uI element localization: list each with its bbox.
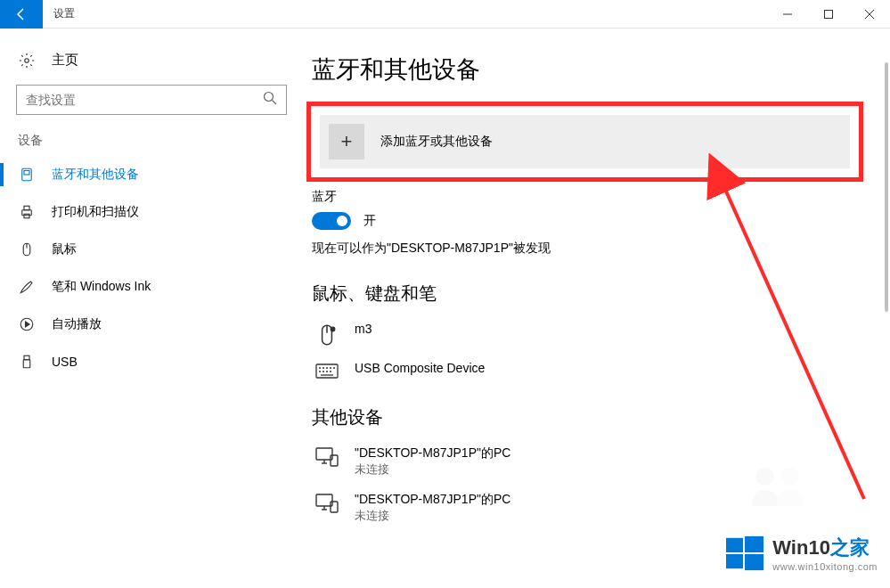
main-content: 蓝牙和其他设备 + 添加蓝牙或其他设备 蓝牙 开 现在可以作为"DESKTOP-… (303, 29, 890, 588)
scroll-thumb[interactable] (885, 62, 888, 312)
autoplay-icon (18, 316, 36, 332)
printer-icon (18, 204, 36, 220)
device-name: "DESKTOP-M87JP1P"的PC (355, 492, 510, 508)
svg-rect-1 (825, 11, 833, 19)
svg-point-5 (265, 93, 274, 102)
home-link[interactable]: 主页 (0, 43, 303, 78)
search-box[interactable] (16, 85, 287, 115)
svg-rect-46 (745, 554, 763, 570)
bluetooth-label: 蓝牙 (312, 189, 872, 205)
svg-point-20 (331, 327, 334, 331)
windows-logo-icon (726, 535, 763, 572)
svg-rect-8 (24, 171, 29, 176)
mouse-device-icon (312, 322, 342, 347)
sidebar-item-pen[interactable]: 笔和 Windows Ink (0, 268, 303, 306)
window-controls (767, 0, 890, 29)
toggle-knob (337, 216, 347, 226)
scrollbar[interactable] (878, 29, 890, 588)
section-label: 设备 (0, 133, 303, 156)
highlight-annotation: + 添加蓝牙或其他设备 (306, 102, 863, 182)
sidebar-item-usb[interactable]: USB (0, 343, 303, 380)
svg-rect-32 (316, 448, 332, 460)
svg-point-40 (756, 468, 774, 486)
group-other-title: 其他设备 (312, 405, 872, 429)
device-name: USB Composite Device (355, 361, 485, 375)
device-status: 未连接 (355, 461, 510, 478)
svg-rect-16 (24, 355, 29, 360)
svg-point-4 (25, 58, 29, 62)
close-icon (865, 10, 874, 19)
add-device-label: 添加蓝牙或其他设备 (380, 134, 493, 150)
titlebar: 设置 (0, 0, 890, 29)
plus-icon: + (329, 124, 364, 159)
svg-rect-9 (22, 210, 32, 216)
pen-icon (18, 279, 36, 295)
svg-rect-36 (316, 494, 332, 506)
close-button[interactable] (849, 0, 890, 29)
sidebar-item-label: 蓝牙和其他设备 (52, 167, 139, 183)
window-title: 设置 (53, 6, 75, 21)
watermark: Win10之家 www.win10xitong.com (726, 535, 878, 572)
minimize-icon (783, 10, 792, 19)
svg-rect-44 (745, 536, 763, 552)
people-ghost-icon (747, 463, 810, 508)
bluetooth-toggle[interactable] (312, 212, 351, 230)
sidebar-item-label: USB (52, 355, 78, 369)
svg-point-41 (781, 468, 799, 486)
sidebar: 主页 设备 蓝牙和其他设备 打印机和扫描仪 鼠标 (0, 29, 303, 588)
add-device-button[interactable]: + 添加蓝牙或其他设备 (320, 115, 850, 168)
device-name: m3 (355, 322, 372, 336)
home-label: 主页 (52, 52, 78, 69)
pc-icon (312, 492, 342, 513)
svg-rect-45 (726, 554, 743, 568)
sidebar-item-bluetooth[interactable]: 蓝牙和其他设备 (0, 156, 303, 193)
sidebar-item-printers[interactable]: 打印机和扫描仪 (0, 193, 303, 231)
svg-rect-43 (726, 538, 743, 552)
page-title: 蓝牙和其他设备 (312, 53, 872, 86)
sidebar-item-mouse[interactable]: 鼠标 (0, 231, 303, 268)
svg-rect-11 (24, 214, 29, 218)
bluetooth-device-icon (18, 167, 36, 183)
group-mouse-kb-title: 鼠标、键盘和笔 (312, 282, 872, 306)
svg-rect-35 (331, 455, 338, 466)
mouse-icon (18, 241, 36, 257)
toggle-state-label: 开 (363, 213, 376, 229)
back-button[interactable] (0, 0, 43, 29)
discovery-status: 现在可以作为"DESKTOP-M87JP1P"被发现 (312, 241, 872, 257)
sidebar-item-label: 鼠标 (52, 241, 77, 257)
sidebar-item-label: 自动播放 (52, 316, 102, 332)
sidebar-item-label: 笔和 Windows Ink (52, 279, 151, 295)
watermark-url: www.win10xitong.com (772, 561, 878, 572)
device-status: 未连接 (355, 508, 510, 524)
search-icon (263, 91, 277, 109)
sidebar-item-autoplay[interactable]: 自动播放 (0, 306, 303, 343)
device-item-usb-composite[interactable]: USB Composite Device (312, 354, 872, 388)
maximize-button[interactable] (808, 0, 849, 29)
maximize-icon (824, 10, 833, 19)
device-item-m3[interactable]: m3 (312, 314, 872, 354)
device-name: "DESKTOP-M87JP1P"的PC (355, 445, 510, 461)
keyboard-icon (312, 361, 342, 380)
svg-rect-39 (331, 502, 338, 512)
search-input[interactable] (26, 93, 263, 107)
svg-line-6 (273, 101, 277, 105)
arrow-left-icon (14, 7, 29, 21)
minimize-button[interactable] (767, 0, 808, 29)
sidebar-item-label: 打印机和扫描仪 (52, 204, 139, 220)
svg-rect-10 (24, 206, 29, 210)
pc-icon (312, 445, 342, 467)
watermark-title: Win10之家 (772, 535, 878, 561)
svg-marker-15 (26, 322, 30, 327)
usb-icon (18, 354, 36, 370)
svg-rect-17 (23, 360, 30, 368)
gear-icon (18, 53, 36, 69)
